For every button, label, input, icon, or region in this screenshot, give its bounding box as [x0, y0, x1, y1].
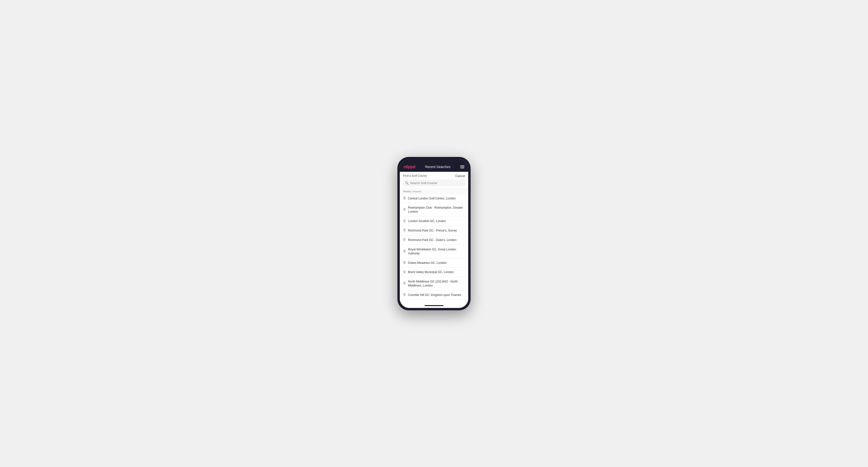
app-logo: clippd [404, 164, 415, 169]
location-pin-icon [403, 196, 406, 200]
course-list-item[interactable]: London Scottish GC, London [400, 217, 468, 226]
nav-title: Recent Searches [425, 165, 450, 169]
course-list-item[interactable]: Brent Valley Municipal GC, London [400, 268, 468, 277]
course-list-item[interactable]: Roehampton Club - Roehampton, Greater Lo… [400, 203, 468, 217]
phone-screen: clippd Recent Searches Find a Golf Cours… [400, 159, 468, 308]
menu-bar-1 [460, 165, 464, 166]
location-pin-icon [403, 250, 406, 253]
course-name: North Middlesex GC (1011942 - North Midd… [408, 280, 465, 288]
nearby-label: Nearby courses [400, 188, 468, 194]
course-name: London Scottish GC, London [408, 219, 446, 223]
location-pin-icon [403, 271, 406, 274]
course-list: Central London Golf Centre, London Roeha… [400, 194, 468, 304]
location-pin-icon [403, 293, 406, 297]
menu-bar-2 [460, 166, 464, 167]
course-name: Brent Valley Municipal GC, London [408, 270, 454, 274]
status-bar [400, 159, 468, 163]
location-pin-icon [403, 282, 406, 285]
course-name: Coombe Hill GC, Kingston upon Thames [408, 293, 461, 297]
course-name: Roehampton Club - Roehampton, Greater Lo… [408, 206, 465, 214]
location-pin-icon [403, 208, 406, 212]
course-name: Central London Golf Centre, London [408, 196, 456, 200]
course-list-item[interactable]: Royal Wimbledon GC, Great London Authori… [400, 245, 468, 258]
search-container: 🔍 [400, 180, 468, 188]
menu-icon[interactable] [460, 165, 464, 168]
course-name: Richmond Park GC - Prince's, Surrey [408, 229, 457, 233]
course-name: Richmond Park GC - Duke's, London [408, 238, 457, 242]
home-indicator [400, 304, 468, 308]
home-bar [425, 305, 443, 306]
location-pin-icon [403, 229, 406, 232]
phone-device: clippd Recent Searches Find a Golf Cours… [397, 157, 471, 310]
menu-bar-3 [460, 168, 464, 168]
course-list-item[interactable]: Coombe Hill GC, Kingston upon Thames [400, 290, 468, 300]
course-list-item[interactable]: Central London Golf Centre, London [400, 194, 468, 204]
location-pin-icon [403, 219, 406, 223]
course-name: Royal Wimbledon GC, Great London Authori… [408, 248, 465, 255]
find-label: Find a Golf Course [403, 174, 427, 178]
find-course-row: Find a Golf Course Cancel [400, 172, 468, 180]
search-box: 🔍 [403, 180, 465, 186]
location-pin-icon [403, 238, 406, 242]
course-list-item[interactable]: Richmond Park GC - Prince's, Surrey [400, 226, 468, 236]
content-area: Find a Golf Course Cancel 🔍 Nearby cours… [400, 172, 468, 304]
course-name: Dukes Meadows GC, London [408, 261, 446, 265]
search-input[interactable] [410, 181, 463, 185]
course-list-item[interactable]: North Middlesex GC (1011942 - North Midd… [400, 277, 468, 290]
search-icon: 🔍 [405, 181, 409, 185]
course-list-item[interactable]: Dukes Meadows GC, London [400, 258, 468, 268]
nav-bar: clippd Recent Searches [400, 163, 468, 172]
cancel-button[interactable]: Cancel [456, 174, 465, 178]
location-pin-icon [403, 261, 406, 265]
course-list-item[interactable]: Richmond Park GC - Duke's, London [400, 236, 468, 245]
